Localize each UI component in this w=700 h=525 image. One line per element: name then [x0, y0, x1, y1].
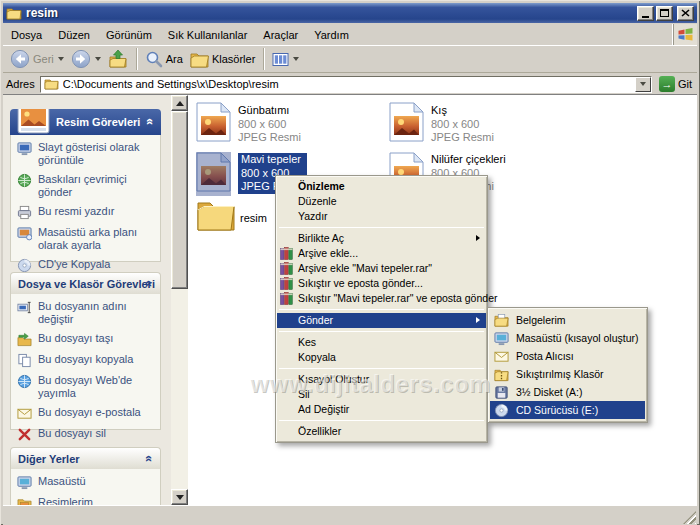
menu-duzen[interactable]: Düzen: [50, 26, 98, 44]
scroll-up-button[interactable]: [171, 95, 188, 111]
image-file-icon: [389, 102, 424, 142]
menu-item-arsive-ekle-rar[interactable]: Arşive ekle "Mavi tepeler.rar": [277, 261, 486, 276]
file-mavi-tepeler[interactable]: [196, 152, 231, 196]
task-delete-file[interactable]: Bu dosyayı sil: [17, 427, 158, 442]
menu-item-sikistir-rar-eposta[interactable]: Sıkıştır "Mavi tepeler.rar" ve eposta gö…: [277, 291, 486, 306]
menu-dosya[interactable]: Dosya: [3, 26, 50, 44]
folders-button[interactable]: Klasörler: [187, 49, 258, 70]
file-kis[interactable]: [389, 102, 424, 146]
task-label: CD'ye Kopyala: [38, 258, 110, 273]
menu-item-label: Arşive ekle "Mavi tepeler.rar": [298, 262, 432, 274]
menu-gorunum[interactable]: Görünüm: [98, 26, 160, 44]
task-publish-web[interactable]: Bu dosyayı Web'de yayımla: [17, 374, 158, 400]
documents-icon: [494, 313, 509, 328]
back-label: Geri: [33, 53, 54, 65]
minimize-button[interactable]: [637, 6, 654, 21]
task-copy-file[interactable]: Bu dosyayı kopyala: [17, 353, 158, 368]
menu-item-duzenle[interactable]: Düzenle: [277, 194, 486, 209]
search-button[interactable]: Ara: [142, 48, 186, 70]
task-copy-to-cd[interactable]: CD'ye Kopyala: [17, 258, 158, 273]
task-pane-scrollbar[interactable]: [171, 95, 188, 505]
file-dimensions: 800 x 600: [238, 118, 301, 132]
panel-picture-tasks-header[interactable]: Resim Görevleri «: [10, 109, 161, 135]
go-icon: →: [659, 76, 675, 92]
minimize-icon: [642, 16, 649, 18]
rename-icon: [17, 300, 32, 315]
go-button[interactable]: → Git: [657, 76, 694, 92]
file-name: Günbatımı: [238, 104, 301, 118]
folder-icon: [196, 198, 236, 232]
forward-dropdown-icon[interactable]: [95, 57, 101, 61]
back-dropdown-icon[interactable]: [58, 57, 64, 61]
menu-yardim[interactable]: Yardım: [306, 26, 357, 44]
place-desktop[interactable]: Masaüstü: [17, 475, 158, 490]
submenu-item-posta-alicisi[interactable]: Posta Alıcısı: [490, 347, 645, 365]
menu-sik-kullanilanlar[interactable]: Sık Kullanılanlar: [160, 26, 256, 44]
submenu-item-disket[interactable]: 3½ Disket (A:): [490, 383, 645, 401]
file-labels[interactable]: Kış 800 x 600 JPEG Resmi: [431, 104, 494, 145]
menu-item-ozellikler[interactable]: Özellikler: [277, 424, 486, 439]
move-icon: [17, 332, 32, 347]
panel-file-folder-tasks-header[interactable]: Dosya ve Klasör Görevleri «: [10, 272, 161, 294]
address-folder-icon: [44, 78, 59, 90]
menu-item-arsive-ekle[interactable]: Arşive ekle...: [277, 246, 486, 261]
copy-cd-icon: [17, 258, 32, 273]
panel-other-places-header[interactable]: Diğer Yerler «: [10, 447, 161, 469]
back-button[interactable]: Geri: [7, 47, 67, 71]
forward-button[interactable]: [68, 47, 104, 71]
folder-name[interactable]: resim: [240, 212, 267, 224]
task-order-prints[interactable]: Baskıları çevrimiçi gönder: [17, 173, 158, 199]
menu-araclar[interactable]: Araçlar: [255, 26, 306, 44]
task-view-slideshow[interactable]: Slayt gösterisi olarak görüntüle: [17, 141, 158, 167]
submenu-item-label: Posta Alıcısı: [516, 350, 574, 362]
menu-item-sikistir-eposta[interactable]: Sıkıştır ve eposta gönder...: [277, 276, 486, 291]
up-button[interactable]: [105, 47, 131, 71]
menu-item-ad-degistir[interactable]: Ad Değiştir: [277, 402, 486, 417]
views-dropdown-icon[interactable]: [293, 57, 299, 61]
submenu-item-masaustu[interactable]: Masaüstü (kısayol oluştur): [490, 329, 645, 347]
file-gunbatimi[interactable]: [196, 102, 231, 146]
menu-item-gonder[interactable]: Gönder: [277, 313, 486, 328]
order-prints-icon: [17, 173, 32, 188]
resize-grip[interactable]: [683, 511, 696, 524]
submenu-item-sikistirilmis-klasor[interactable]: Sıkıştırılmış Klasör: [490, 365, 645, 383]
slideshow-icon: [17, 141, 32, 156]
submenu-item-label: Belgelerim: [516, 314, 566, 326]
task-email-file[interactable]: Bu dosyayı e-postala: [17, 406, 158, 421]
task-label: Bu dosyayı Web'de yayımla: [38, 374, 158, 400]
address-input[interactable]: C:\Documents and Settings\x\Desktop\resi…: [40, 76, 652, 93]
panel-picture-tasks: Resim Görevleri « Slayt gösterisi olarak…: [10, 109, 161, 262]
menu-item-kopyala[interactable]: Kopyala: [277, 350, 486, 365]
close-button[interactable]: [677, 6, 694, 21]
chevron-up-icon[interactable]: «: [144, 455, 156, 462]
submenu-item-cd-surucusu[interactable]: CD Sürücüsü (E:): [490, 401, 645, 419]
menu-item-kes[interactable]: Kes: [277, 335, 486, 350]
submenu-item-label: Sıkıştırılmış Klasör: [516, 368, 604, 380]
menu-item-yazdir[interactable]: Yazdır: [277, 209, 486, 224]
task-print-picture[interactable]: Bu resmi yazdır: [17, 205, 158, 220]
task-rename-file[interactable]: Bu dosyanın adını değiştir: [17, 300, 158, 326]
views-button[interactable]: [269, 49, 302, 70]
winrar-icon: [280, 262, 293, 275]
place-my-pictures[interactable]: Resimlerim: [17, 496, 158, 505]
zip-folder-icon: [494, 367, 509, 382]
title-bar[interactable]: resim: [3, 3, 697, 23]
task-move-file[interactable]: Bu dosyayı taşı: [17, 332, 158, 347]
menu-item-kisayol-olustur[interactable]: Kısayol Oluştur: [277, 372, 486, 387]
task-set-wallpaper[interactable]: Masaüstü arka planı olarak ayarla: [17, 226, 158, 252]
maximize-button[interactable]: [656, 6, 673, 21]
menu-item-birlikte-ac[interactable]: Birlikte Aç: [277, 231, 486, 246]
scroll-down-icon: [176, 495, 184, 500]
folder-resim[interactable]: [196, 198, 236, 236]
task-label: Bu dosyayı taşı: [38, 332, 113, 347]
chevron-up-icon[interactable]: «: [144, 280, 156, 287]
desktop-shortcut-icon: [494, 331, 509, 346]
scroll-down-button[interactable]: [171, 489, 188, 505]
chevron-up-icon[interactable]: «: [145, 118, 157, 125]
address-dropdown-button[interactable]: [635, 77, 651, 92]
menu-item-onizleme[interactable]: Önizleme: [277, 179, 486, 194]
menu-item-sil[interactable]: Sil: [277, 387, 486, 402]
submenu-item-belgelerim[interactable]: Belgelerim: [490, 311, 645, 329]
scroll-thumb[interactable]: [171, 111, 188, 289]
file-labels[interactable]: Günbatımı 800 x 600 JPEG Resmi: [238, 104, 301, 145]
